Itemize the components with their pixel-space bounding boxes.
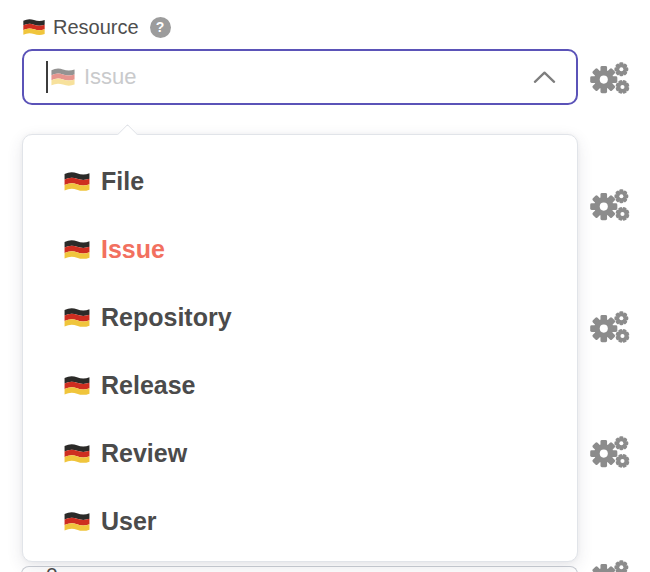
germany-flag-icon (50, 67, 76, 87)
settings-gears-icon[interactable] (588, 434, 632, 471)
option-user[interactable]: User (23, 487, 577, 555)
dropdown-notch (117, 124, 138, 145)
germany-flag-icon (63, 443, 91, 464)
settings-gears-icon[interactable] (588, 558, 632, 572)
option-release[interactable]: Release (23, 351, 577, 419)
option-issue[interactable]: Issue (23, 215, 577, 283)
dropdown-option-list: File Issue Repository Release Review (23, 147, 577, 555)
settings-gears-icon[interactable] (588, 309, 632, 346)
option-label: Repository (101, 303, 232, 332)
option-label: Issue (101, 235, 165, 264)
settings-gears-icon[interactable] (588, 187, 632, 224)
option-review[interactable]: Review (23, 419, 577, 487)
resource-select-input[interactable]: Issue (22, 49, 578, 105)
help-icon[interactable]: ? (150, 17, 171, 38)
text-caret (46, 61, 48, 93)
resource-field-label: Resource ? (22, 14, 171, 40)
background-field-edge (21, 566, 578, 572)
settings-gears-icon[interactable] (588, 60, 632, 97)
germany-flag-icon (63, 239, 91, 260)
germany-flag-icon (63, 375, 91, 396)
resource-field-screen: Resource ? Issue (0, 0, 650, 572)
germany-flag-icon (63, 171, 91, 192)
background-partial-text: 0 (46, 563, 58, 572)
resource-dropdown-menu: File Issue Repository Release Review (22, 134, 578, 562)
option-label: Review (101, 439, 187, 468)
germany-flag-icon (22, 18, 46, 36)
option-repository[interactable]: Repository (23, 283, 577, 351)
option-label: User (101, 507, 157, 536)
option-label: File (101, 167, 144, 196)
germany-flag-icon (63, 307, 91, 328)
chevron-up-icon[interactable] (533, 70, 556, 84)
germany-flag-icon (63, 511, 91, 532)
select-placeholder: Issue (84, 64, 533, 90)
option-file[interactable]: File (23, 147, 577, 215)
option-label: Release (101, 371, 196, 400)
field-label-text: Resource (53, 16, 139, 39)
